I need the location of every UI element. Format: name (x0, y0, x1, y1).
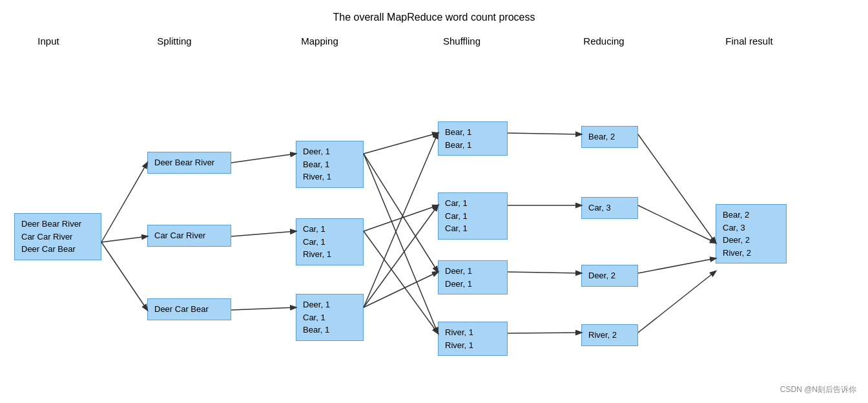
svg-line-14 (508, 133, 581, 134)
svg-line-4 (231, 231, 296, 236)
svg-line-21 (638, 271, 716, 333)
box-final: Bear, 2 Car, 3 Deer, 2 River, 2 (716, 204, 787, 264)
svg-line-5 (231, 307, 296, 310)
box-shuffle3: Deer, 1 Deer, 1 (438, 260, 508, 294)
box-shuffle1: Bear, 1 Bear, 1 (438, 121, 508, 156)
label-shuffling: Shuffling (426, 36, 497, 46)
svg-line-18 (638, 134, 716, 243)
box-reduce2: Car, 3 (581, 197, 638, 219)
svg-line-16 (508, 272, 581, 273)
svg-line-17 (508, 333, 581, 333)
box-shuffle2: Car, 1 Car, 1 Car, 1 (438, 192, 508, 240)
svg-line-1 (101, 236, 147, 242)
svg-line-3 (231, 154, 296, 163)
svg-line-19 (638, 205, 716, 243)
watermark: CSDN @N刻后告诉你 (780, 384, 856, 395)
svg-line-12 (364, 205, 438, 307)
svg-line-7 (364, 154, 438, 333)
arrows-svg (0, 0, 868, 403)
box-map1: Deer, 1 Bear, 1 River, 1 (296, 141, 364, 188)
box-reduce4: River, 2 (581, 324, 638, 346)
svg-line-2 (101, 242, 147, 310)
svg-line-9 (364, 205, 438, 231)
svg-line-6 (364, 133, 438, 154)
box-split1: Deer Bear River (147, 152, 231, 174)
box-reduce1: Bear, 2 (581, 126, 638, 148)
box-shuffle4: River, 1 River, 1 (438, 322, 508, 356)
svg-line-0 (101, 163, 147, 242)
page-title: The overall MapReduce word count process (0, 12, 868, 23)
label-final: Final result (704, 36, 794, 46)
label-splitting: Splitting (136, 36, 213, 46)
box-map3: Deer, 1 Car, 1 Bear, 1 (296, 294, 364, 341)
diagram: Input Splitting Mapping Shuffling Reduci… (0, 0, 868, 403)
label-reducing: Reducing (568, 36, 639, 46)
svg-line-13 (364, 133, 438, 307)
label-input: Input (19, 36, 78, 46)
svg-line-10 (364, 231, 438, 333)
svg-line-8 (364, 154, 438, 272)
box-input: Deer Bear River Car Car River Deer Car B… (14, 213, 101, 260)
svg-line-11 (364, 272, 438, 307)
box-split3: Deer Car Bear (147, 298, 231, 320)
svg-line-20 (638, 258, 716, 273)
box-reduce3: Deer, 2 (581, 265, 638, 287)
box-split2: Car Car River (147, 225, 231, 247)
label-mapping: Mapping (284, 36, 355, 46)
box-map2: Car, 1 Car, 1 River, 1 (296, 218, 364, 265)
